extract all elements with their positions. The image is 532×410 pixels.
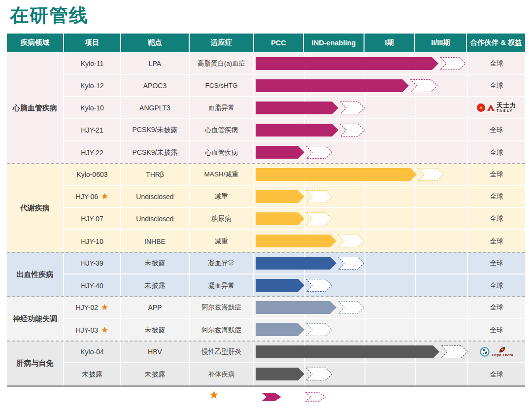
pipeline-row: Kylo-12APOC3FCS/sHTG全球 [64, 75, 525, 97]
progress-bar [256, 123, 366, 137]
project-name: HJY-22 [81, 149, 103, 157]
planned-arrow [338, 235, 364, 247]
stage-cell [254, 53, 467, 74]
pipeline-row: HJY-02★APP阿尔兹海默症全球 [64, 297, 525, 319]
progress-bar-solid [256, 146, 304, 159]
planned-arrow [338, 302, 364, 314]
hepathera-logo: Hepa Thera [492, 346, 513, 358]
indication-cell: 心血管疾病 [190, 141, 254, 164]
progress-bar [256, 79, 438, 93]
header-cell-target: 靶点 [121, 34, 190, 52]
partner-rights-label: 全球 [490, 214, 503, 223]
disease-group: 代谢疾病Kylo-0603THRβMASH/减重全球HJY-06★Undiscl… [7, 164, 525, 252]
stage-cell [254, 297, 467, 318]
column-gridline [415, 363, 416, 385]
project-name: HJY-06 [76, 193, 98, 201]
column-gridline [415, 274, 416, 297]
project-name: 未披露 [82, 370, 102, 379]
column-gridline [415, 252, 416, 273]
project-name: Kylo-04 [80, 348, 103, 356]
planned-arrow [338, 257, 364, 270]
project-name: HJY-10 [81, 238, 103, 245]
disease-area-label: 代谢疾病 [7, 164, 64, 252]
pipeline-row: 未披露未披露补体疾病全球 [64, 363, 525, 385]
progress-bar-solid [256, 212, 304, 225]
partner-cell: 全球 [467, 274, 525, 297]
indication-cell: 阿尔兹海默症 [190, 319, 254, 341]
progress-bar [256, 57, 466, 70]
indication-cell: 减重 [190, 230, 254, 252]
project-name: HJY-21 [81, 126, 103, 134]
partner-cell: 全球 [467, 119, 525, 140]
project-cell: Kylo-04 [64, 341, 121, 362]
target-cell: INHBE [121, 230, 190, 252]
stage-cell [254, 97, 467, 118]
header-cell-phase23: II/III期 [415, 34, 467, 52]
disease-area-label: 肝病与自免 [7, 341, 64, 385]
progress-bar [256, 367, 333, 381]
indication-cell: 糖尿病 [190, 208, 254, 229]
column-gridline [365, 141, 366, 164]
planned-arrow [306, 191, 332, 203]
indication-cell: 高脂蛋白(a)血症 [190, 53, 254, 74]
partner-rights-label: 全球 [490, 303, 503, 312]
project-cell: HJY-22 [64, 141, 121, 164]
project-name: Kylo-0603 [76, 171, 107, 178]
disease-group: 心脑血管疾病Kylo-11LPA高脂蛋白(a)血症全球Kylo-12APOC3F… [7, 53, 525, 164]
partner-rights-label: 全球 [490, 192, 503, 201]
project-name: HJY-40 [81, 282, 103, 290]
planned-arrow [411, 80, 437, 92]
partner-cell: ★天士力TASLY [467, 97, 525, 118]
group-rows: Kylo-04HBV慢性乙型肝炎Hepa Thera未披露未披露补体疾病全球 [64, 341, 525, 385]
partner-rights-label: 全球 [490, 370, 503, 379]
stage-cell [254, 119, 467, 140]
disease-area-label: 心脑血管疾病 [7, 53, 64, 164]
target-cell: PCSK9/未披露 [121, 119, 190, 140]
stage-cell [254, 75, 467, 96]
partner-rights-label: 全球 [490, 148, 503, 157]
hepathera-logo-name: Hepa Thera [492, 353, 513, 358]
planned-arrow [419, 169, 444, 181]
stage-cell [254, 274, 467, 297]
stage-cell [254, 141, 467, 164]
pipeline-row: HJY-39未披露凝血异常全球 [64, 252, 525, 274]
pipeline-row: Kylo-0603THRβMASH/减重全球 [64, 164, 525, 186]
disease-area-label: 出血性疾病 [7, 252, 64, 297]
planned-arrow [306, 368, 332, 380]
progress-bar-solid [256, 345, 439, 358]
target-cell: 未披露 [121, 252, 190, 273]
partner-rights-label: 全球 [490, 170, 503, 179]
project-name: HJY-02 [76, 304, 98, 311]
disease-group: 神经功能失调HJY-02★APP阿尔兹海默症全球HJY-03★未披露阿尔兹海默症… [7, 297, 525, 341]
legend: ★ [0, 388, 532, 405]
target-cell: PCSK9/未披露 [121, 141, 190, 164]
indication-cell: MASH/减重 [190, 164, 254, 185]
indication-cell: 阿尔兹海默症 [190, 297, 254, 318]
project-cell: HJY-10 [64, 230, 121, 252]
tasly-logo-en: TASLY [497, 109, 513, 112]
project-name: Kylo-10 [80, 104, 103, 112]
progress-bar-solid [256, 57, 438, 70]
legend-completed-stage-arrow-icon [261, 392, 282, 402]
column-gridline [415, 208, 416, 229]
indication-cell: FCS/sHTG [190, 75, 254, 96]
header-cell-disease-area: 疾病领域 [7, 34, 64, 52]
column-gridline [415, 119, 416, 140]
progress-bar-solid [256, 301, 336, 314]
partner-cell: 全球 [467, 230, 525, 252]
group-rows: HJY-39未披露凝血异常全球HJY-40未披露凝血异常全球 [64, 252, 525, 297]
progress-bar [256, 301, 365, 314]
progress-bar-solid [256, 368, 304, 380]
group-rows: Kylo-0603THRβMASH/减重全球HJY-06★Undisclosed… [64, 164, 525, 252]
indication-cell: 血脂异常 [190, 97, 254, 118]
pipeline-row: Kylo-10ANGPLT3血脂异常★天士力TASLY [64, 97, 525, 119]
header-cell-phase1: I期 [365, 34, 415, 52]
progress-bar [256, 190, 333, 204]
tasly-logo-cn: 天士力 [497, 102, 517, 109]
star-icon: ★ [101, 303, 108, 311]
project-name: HJY-39 [81, 259, 103, 267]
star-icon: ★ [101, 192, 108, 201]
project-name: Kylo-12 [80, 82, 103, 90]
column-gridline [365, 208, 366, 229]
column-gridline [365, 186, 366, 207]
